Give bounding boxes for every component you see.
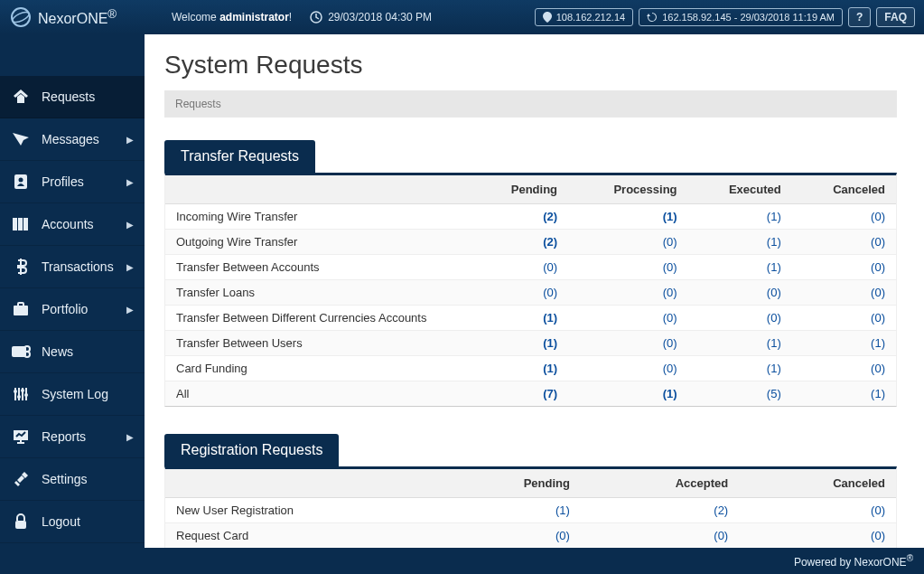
- sidebar-item-settings[interactable]: Settings: [0, 458, 145, 501]
- svg-point-13: [14, 390, 17, 393]
- messages-icon: [11, 130, 31, 148]
- sidebar-item-news[interactable]: News: [0, 331, 145, 373]
- sidebar-item-reports[interactable]: Reports▶: [0, 416, 145, 458]
- faq-button[interactable]: FAQ: [876, 7, 915, 27]
- sidebar-item-label: Messages: [42, 132, 116, 146]
- sidebar-item-accounts[interactable]: Accounts▶: [0, 203, 145, 246]
- count-cell[interactable]: (1): [688, 230, 792, 255]
- topbar: NexorONE® Welcome administrator! 29/03/2…: [0, 0, 924, 34]
- count-cell[interactable]: (0): [688, 306, 792, 331]
- sidebar-item-requests[interactable]: Requests: [0, 76, 145, 118]
- table-row: Transfer Between Different Currencies Ac…: [165, 306, 896, 331]
- current-ip-box[interactable]: 108.162.212.14: [535, 8, 633, 26]
- count-cell[interactable]: (2): [472, 230, 568, 255]
- count-cell[interactable]: (1): [792, 381, 896, 407]
- row-name: Outgoing Wire Transfer: [165, 230, 472, 255]
- sidebar-item-label: Accounts: [42, 217, 116, 231]
- sidebar-item-logout[interactable]: Logout: [0, 501, 145, 543]
- count-cell[interactable]: (1): [472, 356, 568, 381]
- count-cell[interactable]: (1): [568, 204, 688, 230]
- brand-logo[interactable]: NexorONE®: [9, 5, 154, 29]
- count-cell[interactable]: (0): [792, 255, 896, 280]
- count-cell[interactable]: (0): [568, 356, 688, 381]
- chevron-right-icon: ▶: [126, 262, 134, 272]
- count-cell[interactable]: (1): [688, 331, 792, 356]
- table-row: All(7)(1)(5)(1): [165, 381, 896, 407]
- sidebar-item-label: Logout: [42, 514, 134, 529]
- registration-requests-table: PendingAcceptedCanceled New User Registr…: [165, 469, 896, 548]
- accounts-icon: [11, 216, 31, 232]
- clock-icon: [310, 11, 322, 24]
- table-row: Transfer Loans(0)(0)(0)(0): [165, 280, 896, 306]
- row-name: Incoming Wire Transfer: [165, 204, 472, 230]
- count-cell[interactable]: (2): [581, 498, 739, 523]
- count-cell[interactable]: (0): [792, 230, 896, 255]
- svg-point-14: [17, 395, 21, 399]
- systemlog-icon: [11, 386, 31, 402]
- table-header: [165, 469, 436, 498]
- count-cell[interactable]: (0): [792, 204, 896, 230]
- sidebar-item-label: Reports: [42, 429, 116, 444]
- help-button[interactable]: ?: [848, 7, 871, 27]
- count-cell[interactable]: (0): [688, 280, 792, 306]
- svg-point-15: [21, 389, 24, 392]
- count-cell[interactable]: (0): [472, 255, 568, 280]
- reports-icon: [11, 428, 31, 445]
- count-cell[interactable]: (0): [568, 255, 688, 280]
- table-header: Pending: [436, 469, 581, 498]
- count-cell[interactable]: (0): [472, 280, 568, 306]
- row-name: New User Registration: [165, 498, 436, 523]
- chevron-right-icon: ▶: [126, 305, 134, 315]
- count-cell[interactable]: (0): [739, 523, 896, 549]
- count-cell[interactable]: (1): [688, 204, 792, 230]
- count-cell[interactable]: (0): [792, 306, 896, 331]
- count-cell[interactable]: (0): [568, 306, 688, 331]
- count-cell[interactable]: (2): [472, 204, 568, 230]
- count-cell[interactable]: (5): [688, 381, 792, 407]
- table-row: Incoming Wire Transfer(2)(1)(1)(0): [165, 204, 896, 230]
- registration-requests-panel: Registration Requests PendingAcceptedCan…: [164, 434, 897, 549]
- svg-point-16: [24, 393, 28, 397]
- pin-icon: [543, 12, 552, 23]
- count-cell[interactable]: (1): [568, 381, 688, 407]
- sidebar-item-label: Transactions: [42, 259, 116, 274]
- svg-point-12: [24, 352, 30, 357]
- count-cell[interactable]: (1): [792, 331, 896, 356]
- count-cell[interactable]: (1): [472, 306, 568, 331]
- count-cell[interactable]: (0): [436, 523, 581, 549]
- row-name: Card Funding: [165, 356, 472, 381]
- table-row: Request Card(0)(0)(0): [165, 523, 896, 549]
- transfer-requests-panel: Transfer Requests PendingProcessingExecu…: [164, 140, 897, 407]
- table-header: Canceled: [792, 175, 896, 204]
- count-cell[interactable]: (0): [581, 523, 739, 549]
- count-cell[interactable]: (0): [568, 280, 688, 306]
- settings-icon: [11, 470, 31, 488]
- table-header: Executed: [688, 175, 792, 204]
- last-login-box[interactable]: 162.158.92.145 - 29/03/2018 11:19 AM: [639, 8, 843, 26]
- count-cell[interactable]: (0): [792, 280, 896, 306]
- sidebar-item-messages[interactable]: Messages▶: [0, 118, 145, 161]
- sidebar-item-label: News: [42, 344, 134, 359]
- count-cell[interactable]: (1): [436, 498, 581, 523]
- transactions-icon: [11, 258, 31, 276]
- sidebar-item-system-log[interactable]: System Log: [0, 373, 145, 416]
- row-name: Transfer Loans: [165, 280, 472, 306]
- count-cell[interactable]: (0): [568, 331, 688, 356]
- count-cell[interactable]: (1): [688, 356, 792, 381]
- brand-name: NexorONE®: [38, 7, 117, 27]
- table-row: New User Registration(1)(2)(0): [165, 498, 896, 523]
- main-content: System Requests Requests Transfer Reques…: [145, 34, 924, 574]
- sidebar-item-transactions[interactable]: Transactions▶: [0, 246, 145, 288]
- count-cell[interactable]: (1): [472, 331, 568, 356]
- table-header: [165, 175, 472, 204]
- count-cell[interactable]: (0): [739, 498, 896, 523]
- table-header: Processing: [568, 175, 688, 204]
- sidebar-item-profiles[interactable]: Profiles▶: [0, 161, 145, 203]
- count-cell[interactable]: (0): [568, 230, 688, 255]
- count-cell[interactable]: (1): [688, 255, 792, 280]
- table-header: Canceled: [739, 469, 896, 498]
- count-cell[interactable]: (0): [792, 356, 896, 381]
- footer: Powered by NexorONE®: [145, 548, 924, 574]
- count-cell[interactable]: (7): [472, 381, 568, 407]
- sidebar-item-portfolio[interactable]: Portfolio▶: [0, 288, 145, 331]
